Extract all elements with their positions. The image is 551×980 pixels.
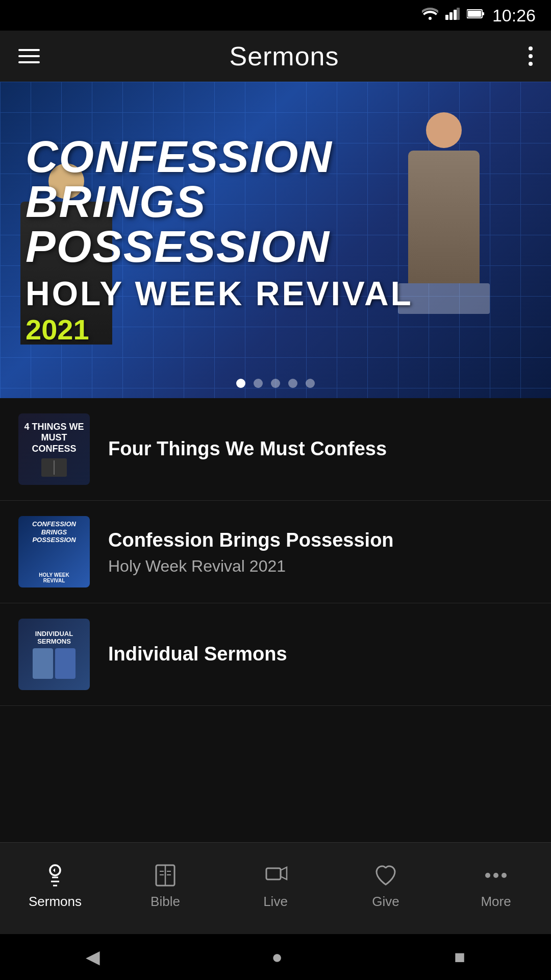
carousel-dots bbox=[236, 379, 315, 388]
sermon-thumbnail-four-things: 4 THINGS WEMUST CONFESS bbox=[18, 413, 90, 485]
sermon-info-four-things: Four Things We Must Confess bbox=[108, 436, 533, 461]
svg-point-22 bbox=[502, 873, 507, 878]
nav-item-more[interactable]: More bbox=[441, 862, 551, 915]
sermon-info-confession: Confession Brings Possession Holy Week R… bbox=[108, 528, 533, 576]
sermon-item-confession[interactable]: CONFESSIONBRINGSPOSSESSION HOLY WEEKREVI… bbox=[0, 501, 551, 603]
hero-line1: CONFESSION bbox=[26, 134, 525, 179]
status-icons: 10:26 bbox=[422, 6, 536, 26]
android-nav-bar: ◀ ● ■ bbox=[0, 934, 551, 980]
hero-banner[interactable]: CONFESSION BRINGS POSSESSION HOLY WEEK R… bbox=[0, 82, 551, 398]
svg-point-0 bbox=[429, 17, 432, 20]
page-title: Sermons bbox=[229, 41, 339, 71]
svg-rect-6 bbox=[482, 12, 484, 15]
sermon-title-four-things: Four Things We Must Confess bbox=[108, 436, 533, 461]
sermon-thumbnail-confession: CONFESSIONBRINGSPOSSESSION HOLY WEEKREVI… bbox=[18, 516, 90, 587]
thumb-text-confession-sub: HOLY WEEKREVIVAL bbox=[39, 572, 69, 583]
nav-label-bible: Bible bbox=[151, 894, 180, 910]
sermon-info-individual: Individual Sermons bbox=[108, 642, 533, 667]
thumb-figures-individual bbox=[33, 648, 76, 679]
svg-point-20 bbox=[485, 873, 490, 878]
nav-label-sermons: Sermons bbox=[29, 894, 82, 910]
carousel-dot-1[interactable] bbox=[236, 379, 245, 388]
thumb-text-individual: INDIVIDUALSERMONS bbox=[35, 630, 73, 645]
android-recent-button[interactable]: ■ bbox=[454, 946, 465, 968]
svg-rect-18 bbox=[266, 868, 281, 879]
carousel-dot-2[interactable] bbox=[254, 379, 263, 388]
sermon-thumbnail-individual: INDIVIDUALSERMONS bbox=[18, 619, 90, 690]
hero-line4: HOLY WEEK REVIVAL bbox=[26, 274, 525, 313]
hero-line3: POSSESSION bbox=[26, 224, 525, 269]
overflow-menu-button[interactable] bbox=[529, 46, 533, 66]
svg-rect-2 bbox=[449, 12, 453, 20]
android-back-button[interactable]: ◀ bbox=[86, 946, 100, 968]
svg-rect-4 bbox=[457, 8, 460, 20]
status-bar: 10:26 bbox=[0, 0, 551, 31]
thumb-text-confession-main: CONFESSIONBRINGSPOSSESSION bbox=[32, 520, 76, 544]
svg-rect-3 bbox=[454, 10, 457, 20]
svg-rect-7 bbox=[468, 11, 481, 17]
sermon-item-individual[interactable]: INDIVIDUALSERMONS Individual Sermons bbox=[0, 603, 551, 706]
mini-figure-2 bbox=[55, 648, 76, 679]
hero-line2: BRINGS bbox=[26, 179, 525, 224]
hero-year: 2021 bbox=[26, 313, 525, 346]
carousel-dot-4[interactable] bbox=[288, 379, 297, 388]
nav-item-live[interactable]: Live bbox=[220, 862, 331, 915]
bible-icon bbox=[41, 458, 67, 477]
nav-item-sermons[interactable]: Sermons bbox=[0, 862, 110, 915]
sermon-title-individual: Individual Sermons bbox=[108, 642, 533, 667]
wifi-icon bbox=[422, 7, 438, 23]
svg-marker-19 bbox=[281, 867, 287, 879]
status-time: 10:26 bbox=[492, 6, 536, 26]
svg-rect-1 bbox=[445, 15, 448, 20]
battery-icon bbox=[467, 7, 485, 23]
thumb-text-four-things: 4 THINGS WEMUST CONFESS bbox=[23, 422, 85, 455]
sermon-item-four-things[interactable]: 4 THINGS WEMUST CONFESS Four Things We M… bbox=[0, 398, 551, 501]
carousel-dot-5[interactable] bbox=[306, 379, 315, 388]
carousel-dot-3[interactable] bbox=[271, 379, 280, 388]
nav-label-give: Give bbox=[372, 894, 399, 910]
sermon-title-confession: Confession Brings Possession bbox=[108, 528, 533, 553]
sermon-subtitle-confession: Holy Week Revival 2021 bbox=[108, 557, 533, 576]
nav-label-live: Live bbox=[263, 894, 288, 910]
content-wrapper: CONFESSION BRINGS POSSESSION HOLY WEEK R… bbox=[0, 82, 551, 844]
signal-icon bbox=[445, 7, 460, 23]
sermon-list: 4 THINGS WEMUST CONFESS Four Things We M… bbox=[0, 398, 551, 706]
android-home-button[interactable]: ● bbox=[271, 946, 283, 968]
nav-item-give[interactable]: Give bbox=[331, 862, 441, 915]
nav-item-bible[interactable]: Bible bbox=[110, 862, 220, 915]
svg-point-21 bbox=[493, 873, 498, 878]
hero-content: CONFESSION BRINGS POSSESSION HOLY WEEK R… bbox=[0, 82, 551, 398]
header: Sermons bbox=[0, 31, 551, 82]
nav-label-more: More bbox=[481, 894, 511, 910]
bottom-nav: Sermons Bible Live Give bbox=[0, 842, 551, 934]
mini-figure-1 bbox=[33, 648, 53, 679]
hamburger-menu-button[interactable] bbox=[18, 49, 40, 63]
